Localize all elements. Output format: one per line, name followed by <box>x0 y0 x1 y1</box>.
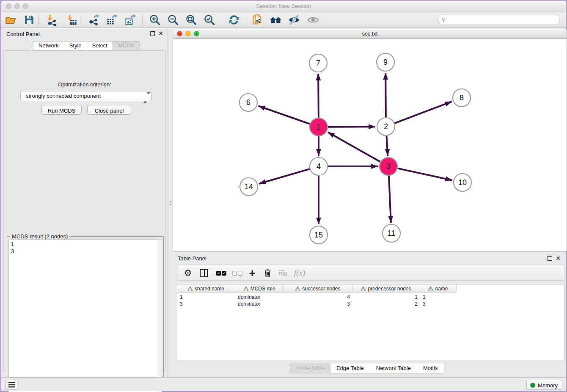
graph-node-label: 11 <box>388 229 396 237</box>
table-panel-title: Table Panel <box>178 255 206 262</box>
table-tabs: Node Table Edge Table Network Table Moti… <box>168 363 566 373</box>
table-cell[interactable]: 3 <box>284 301 352 307</box>
delete-table-icon <box>277 267 289 279</box>
table-cell[interactable]: 2 <box>352 301 420 307</box>
tab-mcds[interactable]: MCDS <box>113 41 140 50</box>
search-input[interactable] <box>448 15 559 24</box>
float-table-panel-icon[interactable] <box>548 256 552 261</box>
search-icon: ⚲ <box>442 17 446 23</box>
mcds-result-text[interactable]: 1 3 <box>8 239 162 392</box>
run-mcds-button[interactable]: Run MCDS <box>41 105 82 115</box>
table-cell[interactable]: 4 <box>284 294 352 301</box>
network-window-titlebar[interactable]: ✕ − + scc.txt <box>173 29 567 39</box>
graph-edge-3-10[interactable] <box>397 168 452 180</box>
select-stepper-icon <box>143 93 148 100</box>
memory-button[interactable]: Memory <box>526 380 562 390</box>
graph-node-label: 9 <box>383 58 388 66</box>
copy-network-icon[interactable] <box>251 14 264 26</box>
show-panel-eye-icon[interactable] <box>307 14 319 26</box>
column-header-predecessor-nodes[interactable]: predecessor nodes <box>352 284 420 293</box>
graph-node-label: 8 <box>460 94 464 102</box>
select-all-columns-icon[interactable]: ✓✓ <box>215 267 228 279</box>
graph-edge-1-6[interactable] <box>259 106 310 124</box>
tab-network[interactable]: Network <box>33 41 64 50</box>
node-table[interactable]: shared nameMCDS rolesuccessor nodesprede… <box>177 284 564 360</box>
save-session-icon[interactable] <box>23 14 36 26</box>
tab-edge-table[interactable]: Edge Table <box>330 363 370 373</box>
optimization-criterion-label: Optimization criterion: <box>4 81 165 88</box>
refresh-layout-icon[interactable] <box>228 14 240 26</box>
deselect-all-columns-icon[interactable] <box>231 267 244 279</box>
import-table-icon[interactable] <box>65 14 78 26</box>
control-panel: Control Panel ✕ Network Style Select MCD… <box>1 28 168 377</box>
graph-node-label: 2 <box>384 122 388 131</box>
graph-node-label: 15 <box>314 231 323 239</box>
column-header-name[interactable]: name <box>420 284 457 293</box>
table-cell[interactable]: dominator <box>235 301 284 307</box>
float-panel-icon[interactable] <box>150 31 155 36</box>
close-table-panel-icon[interactable]: ✕ <box>556 255 561 262</box>
open-session-icon[interactable] <box>5 14 17 26</box>
tab-motifs[interactable]: Motifs <box>417 363 444 373</box>
titlebar: Session: New Session <box>1 1 566 11</box>
import-network-icon[interactable] <box>45 14 58 26</box>
search-field[interactable]: ⚲ <box>438 14 560 25</box>
graph-edge-3-11[interactable] <box>389 176 391 223</box>
column-header-MCDS-role[interactable]: MCDS role <box>235 284 284 293</box>
graph-edge-1-7[interactable] <box>318 74 319 118</box>
close-panel-icon[interactable]: ✕ <box>158 30 163 37</box>
graph-edge-2-3[interactable] <box>386 136 388 156</box>
zoom-out-icon[interactable] <box>167 14 179 26</box>
export-network-icon[interactable] <box>88 14 100 26</box>
table-cell[interactable]: 1 <box>177 294 235 301</box>
control-panel-title: Control Panel <box>6 31 40 37</box>
tab-style[interactable]: Style <box>64 41 87 50</box>
column-selector-icon[interactable] <box>198 267 210 279</box>
graph-edge-3-1[interactable] <box>328 132 380 162</box>
delete-column-icon[interactable] <box>261 267 274 279</box>
graph-edge-2-8[interactable] <box>395 102 452 123</box>
export-image-icon[interactable] <box>124 14 137 26</box>
table-cell[interactable]: 3 <box>177 301 235 307</box>
tab-node-table[interactable]: Node Table <box>290 363 330 373</box>
close-panel-button[interactable]: Close panel <box>87 105 131 115</box>
task-history-button[interactable] <box>6 380 17 390</box>
tab-network-table[interactable]: Network Table <box>370 363 417 373</box>
table-cell[interactable]: dominator <box>235 294 284 301</box>
window-title: Session: New Session <box>1 3 566 9</box>
mcds-panel: Optimization criterion: strongly connect… <box>3 50 166 372</box>
home-icon[interactable] <box>270 14 282 26</box>
graph-node-label: 1 <box>317 123 321 131</box>
criterion-select[interactable]: strongly connected component <box>20 91 151 101</box>
zoom-in-icon[interactable] <box>149 14 161 26</box>
column-header-shared-name[interactable]: shared name <box>177 284 235 293</box>
add-column-icon[interactable]: + <box>246 267 259 279</box>
graph-edge-4-14[interactable] <box>259 169 310 184</box>
graph-edge-2-9[interactable] <box>385 73 386 117</box>
column-header-successor-nodes[interactable]: successor nodes <box>284 284 352 293</box>
hide-panel-eye-icon[interactable] <box>288 14 300 26</box>
table-row[interactable]: 1dominator411 <box>177 294 457 301</box>
table-cell[interactable]: 3 <box>420 301 457 307</box>
attribute-tree-icon <box>428 287 433 291</box>
mcds-result-group: MCDS result (2 nodes) 1 3 <box>7 236 164 392</box>
table-cell[interactable]: 1 <box>420 294 457 301</box>
network-graph-canvas[interactable]: 7968124314101511 <box>173 39 567 251</box>
zoom-fit-icon[interactable] <box>185 14 198 26</box>
tab-select[interactable]: Select <box>87 41 113 50</box>
memory-label: Memory <box>538 382 558 389</box>
export-table-icon[interactable] <box>106 14 118 26</box>
table-panel: Table Panel ✕ ⚙ ✓✓ + f(x) shared nameMCD… <box>168 252 566 377</box>
graph-node-label: 4 <box>317 162 321 171</box>
zoom-selected-icon[interactable] <box>203 14 216 26</box>
application-window: Session: New Session <box>1 1 566 391</box>
panel-splitter[interactable] <box>169 199 172 210</box>
attribute-tree-icon <box>244 287 248 291</box>
graph-edge-1-2[interactable] <box>328 127 375 127</box>
table-settings-gear-icon[interactable]: ⚙ <box>182 267 193 279</box>
table-row[interactable]: 3dominator323 <box>177 301 457 307</box>
table-toolbar: ⚙ ✓✓ + f(x) <box>177 265 564 281</box>
table-cell[interactable]: 1 <box>352 294 420 301</box>
memory-status-icon <box>530 383 535 388</box>
result-scrollbar[interactable] <box>158 240 162 392</box>
